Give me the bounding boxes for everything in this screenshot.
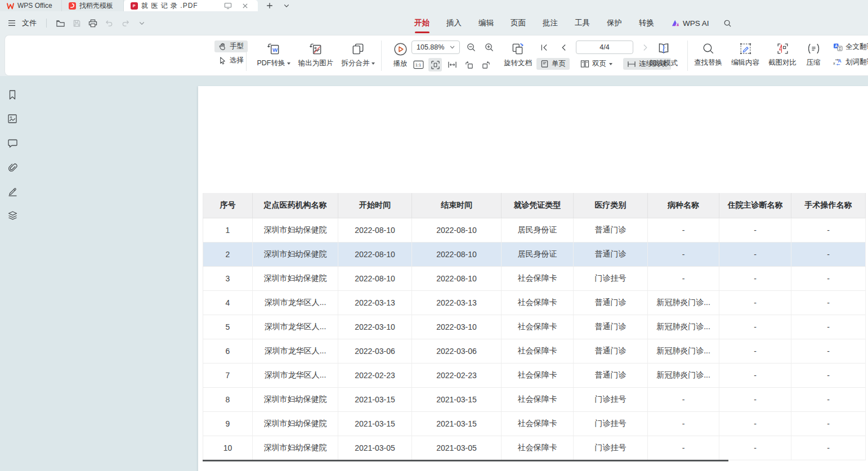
edit-content-button[interactable]: 编辑内容 bbox=[728, 42, 763, 68]
split-merge-icon bbox=[351, 42, 365, 56]
screenshot-compare-button[interactable]: 截图对比 bbox=[765, 42, 800, 68]
export-image-button[interactable]: 输出为图片 bbox=[294, 42, 337, 68]
table-cell: 社会保障卡 bbox=[502, 290, 574, 315]
rotate-right-button[interactable] bbox=[479, 58, 493, 71]
close-tab-icon[interactable] bbox=[239, 0, 251, 12]
table-cell: 1 bbox=[203, 218, 253, 242]
menu-item-页面[interactable]: 页面 bbox=[511, 11, 526, 35]
hand-tool-button[interactable]: 手型 bbox=[214, 41, 248, 52]
table-cell: 4 bbox=[203, 290, 253, 315]
table-header-cell: 定点医药机构名称 bbox=[253, 193, 338, 218]
table-header-row: 序号定点医药机构名称开始时间结束时间就诊凭证类型医疗类别病种名称住院主诊断名称手… bbox=[203, 193, 866, 218]
table-cell: 深圳市妇幼保健院 bbox=[253, 218, 338, 242]
search-icon[interactable] bbox=[722, 17, 734, 29]
more-actions-chevron-icon[interactable] bbox=[136, 17, 148, 29]
find-replace-button[interactable]: 查找替换 bbox=[691, 42, 726, 68]
tab-docer-template[interactable]: 找稻壳模板 bbox=[62, 0, 124, 11]
menu-item-工具[interactable]: 工具 bbox=[575, 11, 590, 35]
table-cell: - bbox=[648, 436, 719, 460]
fit-page-button[interactable] bbox=[428, 58, 442, 71]
table-header-cell: 结束时间 bbox=[412, 193, 502, 218]
table-cell: - bbox=[719, 339, 791, 363]
menu-item-编辑[interactable]: 编辑 bbox=[478, 11, 494, 35]
zoom-level-select[interactable]: 105.88% bbox=[411, 41, 460, 54]
menu-item-开始[interactable]: 开始 bbox=[414, 11, 429, 35]
table-header-cell: 序号 bbox=[203, 193, 253, 218]
table-cell: 社会保障卡 bbox=[502, 315, 574, 339]
table-cell: 2022-03-13 bbox=[338, 290, 412, 315]
save-icon[interactable] bbox=[70, 17, 83, 29]
read-mode-button[interactable]: 阅读模式 bbox=[647, 42, 681, 68]
table-cell: - bbox=[791, 218, 866, 242]
file-menu[interactable]: 文件 bbox=[22, 18, 37, 28]
zoom-out-button[interactable] bbox=[464, 41, 478, 54]
monitor-icon[interactable] bbox=[222, 0, 234, 12]
first-page-button[interactable] bbox=[538, 41, 551, 54]
table-header-cell: 就诊凭证类型 bbox=[502, 193, 574, 218]
table-cell: 普通门诊 bbox=[574, 242, 648, 266]
menu-item-转换[interactable]: 转换 bbox=[639, 11, 654, 35]
edit-content-icon bbox=[739, 42, 753, 56]
new-tab-icon[interactable] bbox=[263, 0, 276, 12]
signature-icon[interactable] bbox=[6, 185, 19, 198]
bookmark-icon[interactable] bbox=[6, 88, 19, 101]
tab-wps-office[interactable]: WPS Office bbox=[0, 0, 62, 11]
table-cell: - bbox=[648, 387, 719, 411]
table-cell: - bbox=[719, 266, 791, 290]
table-cell: 普通门诊 bbox=[574, 339, 648, 363]
print-icon[interactable] bbox=[87, 17, 99, 29]
pdf-convert-button[interactable]: W PDF转换 bbox=[255, 42, 292, 68]
rotate-document-button[interactable]: 旋转文档 bbox=[500, 42, 535, 68]
tab-document-active[interactable]: P 就 医 记 录 .PDF bbox=[124, 0, 258, 11]
word-translate-button[interactable]: xA 划词翻译 bbox=[829, 56, 868, 68]
tab-list-chevron-icon[interactable] bbox=[280, 0, 293, 12]
table-cell: 2021-03-15 bbox=[338, 411, 412, 436]
full-translate-button[interactable]: A 全文翻译 bbox=[829, 41, 868, 53]
comment-icon[interactable] bbox=[6, 137, 19, 149]
svg-text:P: P bbox=[133, 3, 136, 8]
actual-size-button[interactable]: 1:1 bbox=[411, 58, 425, 71]
menu-item-批注[interactable]: 批注 bbox=[543, 11, 558, 35]
double-page-button[interactable]: 双页 bbox=[576, 58, 616, 70]
menu-item-插入[interactable]: 插入 bbox=[446, 11, 462, 35]
menu-bar: 文件 开始插入编辑页面批注工具保护转换 WPS AI bbox=[0, 11, 868, 35]
table-cell: 门诊挂号 bbox=[574, 411, 648, 436]
menu-item-保护[interactable]: 保护 bbox=[607, 11, 622, 35]
table-header-cell: 住院主诊断名称 bbox=[719, 193, 791, 218]
zoom-in-button[interactable] bbox=[482, 41, 496, 54]
split-merge-button[interactable]: 拆分合并 bbox=[338, 42, 378, 68]
play-button[interactable]: 播放 bbox=[387, 42, 414, 69]
table-cell: - bbox=[719, 218, 791, 242]
undo-icon[interactable] bbox=[103, 17, 115, 29]
table-cell: 深圳市妇幼保健院 bbox=[253, 411, 338, 436]
table-row: 6深圳市龙华区人...2022-03-062022-03-06社会保障卡普通门诊… bbox=[203, 339, 866, 363]
table-cell: 2021-03-15 bbox=[412, 387, 502, 411]
single-page-button[interactable]: 单页 bbox=[536, 58, 570, 70]
compress-button[interactable]: 压缩 bbox=[801, 42, 826, 68]
table-cell: 2022-03-10 bbox=[338, 315, 412, 339]
thumbnail-icon[interactable] bbox=[6, 113, 19, 125]
menu-item-wps-ai[interactable]: WPS AI bbox=[671, 19, 709, 28]
fit-width-button[interactable] bbox=[445, 58, 459, 71]
page-number-input[interactable]: 4/4 bbox=[576, 41, 633, 54]
table-cell: - bbox=[648, 242, 719, 266]
attachment-icon[interactable] bbox=[6, 161, 19, 173]
table-cell: 普通门诊 bbox=[574, 218, 648, 242]
redo-icon[interactable] bbox=[119, 17, 132, 29]
table-cell: 深圳市龙华区人... bbox=[253, 290, 338, 315]
table-cell: - bbox=[791, 363, 866, 387]
table-cell: - bbox=[791, 411, 866, 436]
rotate-left-button[interactable] bbox=[462, 58, 476, 71]
previous-page-button[interactable] bbox=[557, 41, 570, 54]
pdf-file-icon: P bbox=[131, 2, 138, 10]
main-menu-icon[interactable] bbox=[6, 17, 18, 29]
table-cell: 2022-08-10 bbox=[412, 242, 502, 266]
table-cell: 居民身份证 bbox=[502, 218, 574, 242]
wps-logo-icon bbox=[7, 2, 14, 10]
open-folder-icon[interactable] bbox=[54, 17, 66, 29]
table-cell: 2 bbox=[203, 242, 253, 266]
layers-icon[interactable] bbox=[6, 209, 19, 222]
double-page-icon bbox=[580, 60, 589, 68]
table-cell: - bbox=[791, 290, 866, 315]
select-tool-button[interactable]: 选择 bbox=[214, 55, 248, 66]
